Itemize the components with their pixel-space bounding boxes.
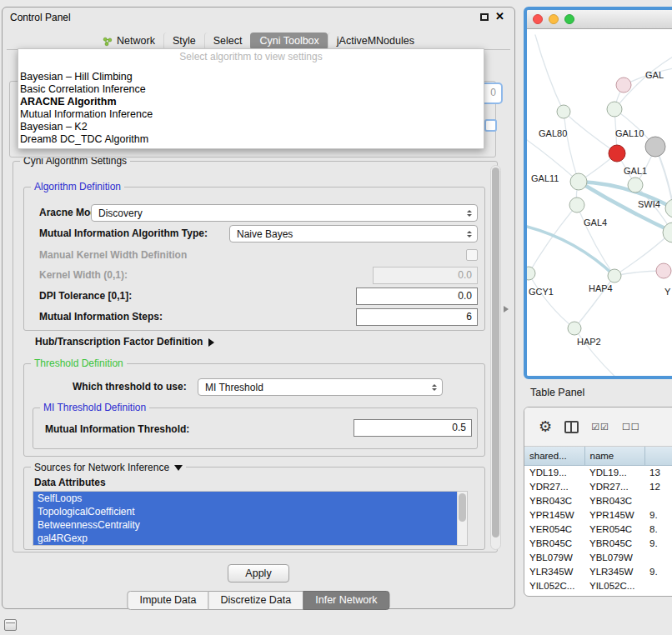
table-row[interactable]: YIL052C...YIL052C... <box>524 578 672 592</box>
table-cell: YER054C <box>524 522 584 536</box>
column-header-col-2[interactable] <box>644 447 672 465</box>
algorithm-option-aracne-algorithm[interactable]: ARACNE Algorithm <box>18 96 484 108</box>
settings-scrollbar[interactable] <box>490 165 501 550</box>
tab-select[interactable]: Select <box>204 32 251 50</box>
tab-cyni-toolbox[interactable]: Cyni Toolbox <box>250 32 327 50</box>
table-panel-window: ⚙ ☑☑ ☐☐ shared...name YDL19...YDL19...13… <box>524 407 672 597</box>
bottom-tab-impute-data[interactable]: Impute Data <box>127 591 208 610</box>
zoom-button[interactable] <box>564 14 574 24</box>
minimize-button[interactable] <box>549 14 559 24</box>
columns-icon[interactable] <box>564 421 579 433</box>
table-row[interactable]: YBR045CYBR045C9. <box>524 536 672 550</box>
threshold-definition-title: Threshold Definition <box>31 358 127 370</box>
graph-node[interactable] <box>645 137 665 157</box>
algorithm-option-bayesian-hill-climbing[interactable]: Bayesian – Hill Climbing <box>18 71 484 83</box>
network-graph: GALGAL80GAL10GAL11GAL1SWI4GAL4GCY1HAP4YH… <box>527 30 672 379</box>
node-label-y: Y <box>664 287 671 297</box>
attribute-item-gal4rgexp[interactable]: gal4RGexp <box>33 532 457 545</box>
list-scrollbar[interactable] <box>457 492 467 545</box>
collapse-arrow-icon <box>174 465 183 475</box>
table-cell: YBR045C <box>584 536 644 550</box>
aracne-mode-combobox[interactable]: Discovery <box>91 204 478 222</box>
graph-node[interactable] <box>608 269 621 282</box>
table-row[interactable]: YPR145WYPR145W9. <box>524 508 672 522</box>
splitter-collapse-arrow[interactable] <box>504 306 512 312</box>
table-cell: YPR145W <box>584 508 644 522</box>
table-cell: YIL052C... <box>524 578 584 592</box>
manual-kernel-width-checkbox <box>466 249 478 261</box>
node-label-gal1: GAL1 <box>624 166 647 176</box>
graph-node[interactable] <box>569 198 584 212</box>
kernel-width-label: Kernel Width (0,1): <box>39 267 128 284</box>
column-header-shared[interactable]: shared... <box>524 447 584 465</box>
network-window-titlebar[interactable] <box>527 10 672 29</box>
table-row[interactable]: YDL19...YDL19...13 <box>524 465 672 479</box>
mi-steps-field[interactable]: 6 <box>356 308 478 326</box>
attribute-item-selfloops[interactable]: SelfLoops <box>33 492 457 505</box>
panel-title: Control Panel <box>10 12 71 23</box>
table-row[interactable]: YER054CYER054C8. <box>524 522 672 536</box>
table-cell: 12 <box>644 479 672 493</box>
dpi-tolerance-field[interactable]: 0.0 <box>356 288 478 305</box>
graph-node[interactable] <box>557 105 570 118</box>
algorithm-option-basic-correlation-inference[interactable]: Basic Correlation Inference <box>18 83 484 96</box>
network-canvas[interactable]: GALGAL80GAL10GAL11GAL1SWI4GAL4GCY1HAP4YH… <box>527 30 672 376</box>
attribute-item-topologicalcoefficient[interactable]: TopologicalCoefficient <box>33 505 457 518</box>
graph-node[interactable] <box>568 322 581 335</box>
table-row[interactable]: YBR043CYBR043C <box>524 493 672 508</box>
algorithm-option-bayesian-k2[interactable]: Bayesian – K2 <box>18 121 484 133</box>
aracne-mode-value: Discovery <box>98 208 462 219</box>
graph-edge <box>527 227 614 276</box>
bottom-tab-infer-network[interactable]: Infer Network <box>303 591 389 610</box>
tab-label: Cyni Toolbox <box>259 35 318 48</box>
table-cell: YPR145W <box>524 508 584 522</box>
deselect-all-icon[interactable]: ☐☐ <box>622 422 640 432</box>
scrollbar-thumb[interactable] <box>492 168 499 538</box>
threshold-definition-group: Threshold Definition Which threshold to … <box>23 363 485 457</box>
sources-title-toggle[interactable]: Sources for Network Inference <box>31 461 186 475</box>
graph-node[interactable] <box>665 199 672 218</box>
table-row[interactable]: YDR27...YDR27...12 <box>524 479 672 493</box>
node-label-gcy1: GCY1 <box>529 287 554 297</box>
graph-node[interactable] <box>570 173 587 190</box>
control-panel-window: Control Panel ✕ NetworkStyleSelectCyni T… <box>2 7 515 609</box>
tab-label: Network <box>117 35 155 48</box>
which-threshold-combobox[interactable]: MI Threshold <box>198 378 443 396</box>
sources-group: Sources for Network Inference Data Attri… <box>23 467 485 550</box>
bottom-tab-discretize-data[interactable]: Discretize Data <box>208 591 304 610</box>
tab-jactivemnodules[interactable]: jActiveMNodules <box>328 32 423 50</box>
graph-node[interactable] <box>656 263 671 278</box>
algorithm-option-dream8-dc-tdc-algorithm[interactable]: Dream8 DC_TDC Algorithm <box>18 133 484 146</box>
scrollbar-thumb[interactable] <box>459 493 466 522</box>
hub-section-toggle[interactable]: Hub/Transcription Factor Definition <box>35 333 218 351</box>
tab-label: jActiveMNodules <box>337 35 414 48</box>
graph-node[interactable] <box>616 78 631 92</box>
graph-node[interactable] <box>607 102 622 117</box>
table-row[interactable]: YBL079WYBL079W <box>524 550 672 564</box>
graph-node[interactable] <box>527 267 535 280</box>
close-button[interactable] <box>533 14 543 24</box>
mi-algorithm-type-combobox[interactable]: Naive Bayes <box>229 225 478 242</box>
graph-node[interactable] <box>628 178 643 192</box>
tab-network[interactable]: Network <box>94 32 163 50</box>
apply-button[interactable]: Apply <box>228 564 289 582</box>
table-row[interactable]: YLR345WYLR345W9. <box>524 564 672 578</box>
column-header-name[interactable]: name <box>584 447 644 465</box>
table-cell: YDL19... <box>524 465 584 479</box>
graph-node[interactable] <box>663 222 672 242</box>
dropdown-placeholder: Select algorithm to view settings <box>18 49 484 64</box>
show-panel-icon[interactable] <box>4 619 17 631</box>
dropdown-items: Bayesian – Hill ClimbingBasic Correlatio… <box>18 71 484 146</box>
tab-style[interactable]: Style <box>163 32 204 50</box>
table-cell: 8. <box>644 522 672 536</box>
gear-icon[interactable]: ⚙ <box>539 419 552 434</box>
graph-node[interactable] <box>609 145 625 162</box>
mi-threshold-field[interactable]: 0.5 <box>354 419 472 437</box>
float-window-icon[interactable] <box>480 13 489 21</box>
close-icon[interactable]: ✕ <box>495 10 504 22</box>
data-attributes-list[interactable]: SelfLoopsTopologicalCoefficientBetweenne… <box>33 491 468 546</box>
algorithm-option-mutual-information-inference[interactable]: Mutual Information Inference <box>18 108 484 121</box>
select-all-icon[interactable]: ☑☑ <box>591 422 609 432</box>
mi-steps-label: Mutual Information Steps: <box>39 308 163 326</box>
attribute-item-betweennesscentrality[interactable]: BetweennessCentrality <box>33 518 457 532</box>
